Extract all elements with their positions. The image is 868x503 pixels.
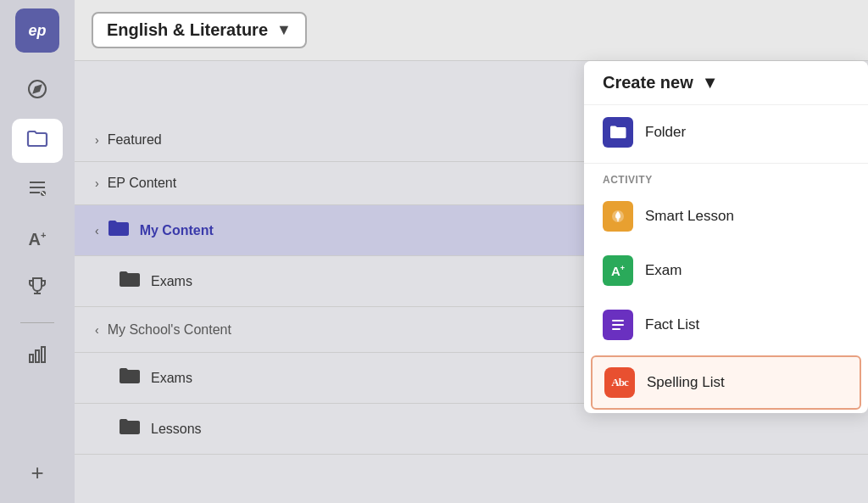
spelling-list-label: Spelling List [647,374,725,391]
spelling-list-icon: Abc [604,367,635,398]
dropdown-header-chevron-icon: ▼ [702,73,719,92]
exams-sub-folder-icon [119,270,141,293]
exam-label: Exam [645,262,682,279]
school-lessons-folder-icon [119,417,141,440]
my-content-folder-icon [108,219,130,242]
font-icon: A+ [29,230,47,249]
dropdown-item-fact-list[interactable]: Fact List [584,298,868,352]
compass-icon [27,79,47,104]
exam-icon: A+ [603,255,633,286]
plus-icon: + [31,460,43,486]
svg-rect-17 [612,328,620,330]
svg-rect-16 [612,324,624,326]
svg-rect-9 [30,355,33,362]
svg-rect-14 [617,221,619,221]
svg-rect-10 [36,350,39,362]
topbar: English & Literature ▼ [75,0,868,61]
school-exams-label: Exams [151,371,192,386]
sidebar-divider [20,322,54,323]
app-logo[interactable]: ep [15,8,59,53]
subject-chevron-icon: ▼ [276,21,292,39]
folder-type-icon [603,117,633,148]
dropdown-item-folder[interactable]: Folder [584,105,868,159]
my-content-arrow-icon: ‹ [95,224,99,238]
content-area: Create new ▼ › Featured › EP Content ‹ [75,61,868,503]
create-new-dropdown: Create new ▼ Folder ACTIVITY [584,61,868,413]
sidebar-item-compass[interactable] [12,70,63,114]
fact-list-label: Fact List [645,316,699,333]
list-icon [27,177,47,203]
svg-rect-15 [612,320,624,321]
folder-item-label: Folder [645,124,686,141]
school-label: My School's Content [108,322,231,338]
my-content-label: My Content [140,223,214,238]
featured-arrow-icon: › [95,133,99,147]
dropdown-header: Create new ▼ [584,61,868,105]
school-lessons-label: Lessons [151,422,202,437]
sidebar-item-trophy[interactable] [12,266,63,310]
smart-lesson-label: Smart Lesson [645,208,734,225]
sidebar: ep [0,0,75,503]
subject-selector[interactable]: English & Literature ▼ [92,12,307,48]
dropdown-header-label: Create new [603,73,693,92]
sidebar-add-button[interactable]: + [12,450,63,495]
school-arrow-icon: ‹ [95,323,99,337]
school-exams-folder-icon [119,366,141,389]
sidebar-item-chart[interactable] [12,335,63,379]
dropdown-item-exam[interactable]: A+ Exam [584,243,868,298]
main-content: English & Literature ▼ Create new ▼ › Fe… [75,0,868,503]
sidebar-item-assignments[interactable] [12,168,63,212]
sidebar-nav: A+ [0,70,75,379]
svg-marker-1 [34,86,41,92]
svg-rect-13 [617,219,620,221]
trophy-icon [27,276,47,301]
dropdown-title-part: Create new ▼ [603,73,719,92]
chart-icon [27,344,47,370]
dropdown-item-spelling-list[interactable]: Abc Spelling List [591,355,861,410]
folder-icon [26,128,48,154]
svg-rect-11 [42,347,45,362]
ep-content-arrow-icon: › [95,176,99,190]
subject-label: English & Literature [107,20,268,40]
school-left: ‹ My School's Content [95,322,231,338]
sidebar-item-font[interactable]: A+ [12,217,63,261]
activity-section-label: ACTIVITY [584,167,868,189]
fact-list-icon [603,310,633,340]
exams-sub-label: Exams [151,274,192,289]
dropdown-item-smart-lesson[interactable]: Smart Lesson [584,189,868,243]
smart-lesson-icon [603,201,633,232]
sidebar-item-folder[interactable] [12,119,63,163]
ep-content-label: EP Content [108,176,177,191]
activity-divider [584,163,868,164]
featured-label: Featured [108,132,162,148]
